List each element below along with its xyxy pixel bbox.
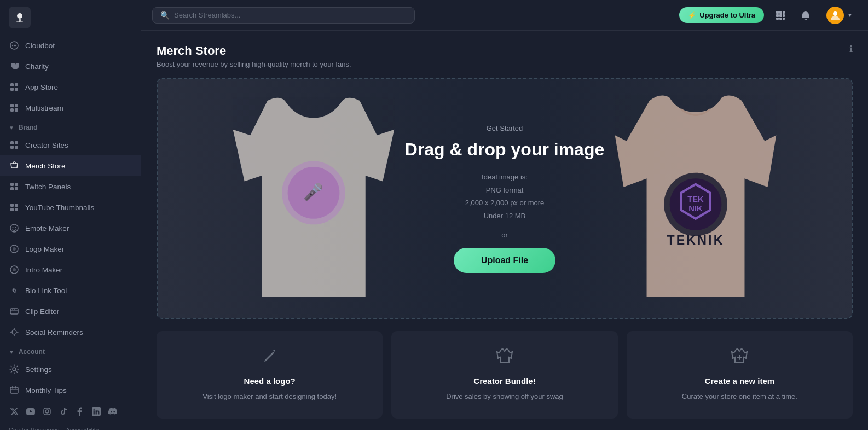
svg-rect-55: [779, 18, 782, 20]
drop-info-line3: 2,000 x 2,000 px or more: [465, 199, 545, 207]
upgrade-label: Upgrade to Ultra: [699, 11, 755, 19]
need-logo-card[interactable]: Need a logo? Visit logo maker and start …: [157, 331, 383, 419]
settings-icon: [9, 364, 20, 375]
social-links-bar: [0, 400, 141, 422]
svg-rect-25: [15, 204, 18, 207]
sidebar-item-bio-link-tool[interactable]: Bio Link Tool: [0, 280, 141, 301]
search-input[interactable]: [174, 11, 407, 19]
svg-rect-22: [10, 187, 14, 190]
brand-section-header[interactable]: ▼ Brand: [0, 118, 141, 135]
svg-point-34: [13, 268, 16, 271]
page-title: Merch Store: [157, 44, 351, 58]
youtube-thumbnails-label: YouTube Thumbnails: [25, 204, 94, 212]
need-logo-desc: Visit logo maker and start designing tod…: [202, 391, 337, 402]
sidebar-item-multistream[interactable]: Multistream: [0, 97, 141, 118]
intro-maker-icon: [9, 264, 20, 275]
svg-rect-45: [44, 408, 50, 415]
sidebar-item-youtube-thumbnails[interactable]: YouTube Thumbnails: [0, 197, 141, 218]
svg-rect-13: [15, 104, 18, 107]
clip-editor-label: Clip Editor: [25, 307, 59, 316]
svg-point-46: [45, 410, 49, 413]
search-bar[interactable]: 🔍: [152, 7, 415, 24]
create-item-card[interactable]: Create a new item Curate your store one …: [627, 331, 853, 419]
merch-store-label: Merch Store: [25, 162, 66, 170]
topbar-right: ⚡ Upgrade to Ultra: [679, 4, 857, 26]
creator-sites-icon: [9, 140, 20, 150]
settings-label: Settings: [25, 365, 52, 374]
twitter-icon[interactable]: [9, 406, 20, 417]
svg-point-1: [17, 13, 22, 19]
instagram-icon[interactable]: [42, 406, 53, 417]
facebook-icon[interactable]: [74, 406, 85, 417]
sidebar-item-logo-maker[interactable]: Logo Maker: [0, 239, 141, 259]
footer-links: Creator Resources Accessibility: [0, 422, 141, 430]
topbar: 🔍 ⚡ Upgrade to Ultra: [141, 0, 868, 31]
drop-zone-center: Get Started Drag & drop your image Ideal…: [372, 102, 638, 295]
svg-text:TEK: TEK: [687, 195, 704, 204]
page-content: Merch Store Boost your revenue by sellin…: [141, 31, 868, 430]
svg-rect-8: [10, 83, 14, 86]
sidebar-item-creator-sites[interactable]: Creator Sites: [0, 135, 141, 155]
svg-rect-52: [779, 14, 782, 17]
apps-grid-icon[interactable]: [772, 7, 789, 24]
svg-rect-18: [10, 146, 14, 149]
svg-rect-9: [15, 83, 18, 86]
appstore-icon: [9, 82, 20, 92]
accessibility-link[interactable]: Accessibility: [66, 427, 99, 430]
sidebar-item-social-reminders[interactable]: Social Reminders: [0, 322, 141, 342]
svg-rect-24: [10, 204, 14, 207]
intro-maker-label: Intro Maker: [25, 266, 62, 274]
appstore-label: App Store: [25, 83, 58, 91]
svg-text:TEKNIK: TEKNIK: [667, 233, 724, 247]
sidebar-item-twitch-panels[interactable]: Twitch Panels: [0, 176, 141, 197]
creator-bundle-card[interactable]: Creator Bundle! Drive sales by showing o…: [391, 331, 617, 419]
creator-resources-link[interactable]: Creator Resources: [9, 427, 59, 430]
page-subtitle: Boost your revenue by selling high-quali…: [157, 60, 351, 68]
svg-rect-50: [783, 11, 785, 14]
drop-zone[interactable]: 🎤 TEK NIK: [157, 78, 853, 319]
sidebar-item-cloudbot[interactable]: Cloudbot: [0, 35, 141, 56]
drop-info-line4: Under 12 MB: [484, 212, 526, 220]
sidebar: Cloudbot Charity App Store: [0, 0, 141, 430]
twitch-panels-icon: [9, 181, 20, 192]
account-section-label: Account: [19, 348, 45, 356]
discord-icon[interactable]: [107, 406, 118, 417]
svg-rect-23: [15, 187, 18, 190]
sidebar-item-intro-maker[interactable]: Intro Maker: [0, 259, 141, 280]
svg-rect-56: [783, 18, 785, 20]
upload-file-button[interactable]: Upload File: [454, 248, 555, 273]
sidebar-item-monthly-tips[interactable]: Monthly Tips: [0, 380, 141, 400]
account-section-header[interactable]: ▼ Account: [0, 342, 141, 359]
app-logo[interactable]: [9, 7, 31, 28]
notifications-icon[interactable]: [797, 7, 814, 24]
svg-rect-53: [783, 14, 785, 17]
tiktok-icon[interactable]: [58, 406, 69, 417]
merch-store-icon: [9, 160, 20, 171]
svg-point-57: [833, 11, 837, 16]
sidebar-item-settings[interactable]: Settings: [0, 359, 141, 380]
upgrade-button[interactable]: ⚡ Upgrade to Ultra: [679, 7, 764, 23]
youtube-icon[interactable]: [25, 406, 36, 417]
youtube-thumbnails-icon: [9, 202, 20, 213]
user-avatar-button[interactable]: ▼: [822, 4, 857, 26]
logo-area: [0, 0, 141, 35]
sidebar-item-merch-store[interactable]: Merch Store: [0, 155, 141, 176]
sidebar-item-clip-editor[interactable]: Clip Editor: [0, 301, 141, 322]
bundle-shirt-icon: [496, 347, 513, 369]
pencil-icon: [261, 347, 279, 369]
need-logo-title: Need a logo?: [244, 376, 296, 386]
sidebar-item-appstore[interactable]: App Store: [0, 77, 141, 97]
sidebar-item-emote-maker[interactable]: Emote Maker: [0, 218, 141, 239]
creator-bundle-desc: Drive sales by showing off your swag: [446, 391, 563, 402]
svg-rect-3: [16, 21, 23, 22]
avatar: [826, 7, 844, 24]
emote-maker-icon: [9, 223, 20, 234]
social-reminders-label: Social Reminders: [25, 328, 83, 336]
svg-rect-15: [15, 108, 18, 112]
sidebar-item-charity[interactable]: Charity: [0, 56, 141, 77]
linkedin-icon[interactable]: [91, 406, 102, 417]
info-icon[interactable]: ℹ: [849, 44, 853, 54]
bolt-icon: ⚡: [688, 11, 696, 19]
charity-label: Charity: [25, 62, 49, 71]
charity-icon: [9, 61, 20, 72]
